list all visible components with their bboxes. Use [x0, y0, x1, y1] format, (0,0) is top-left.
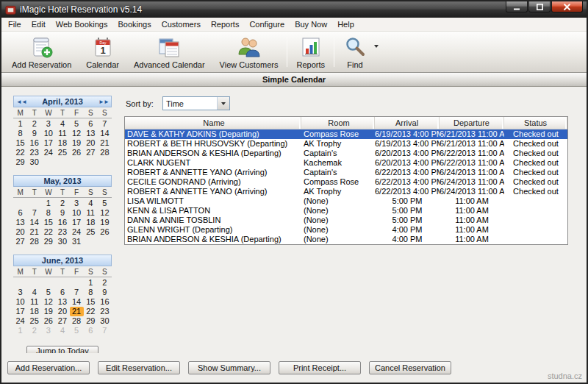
- calendar-day[interactable]: 30: [98, 316, 112, 326]
- calendar-day[interactable]: 15: [41, 218, 55, 227]
- calendar-day[interactable]: 12: [41, 297, 55, 307]
- calendar-day[interactable]: 16: [55, 218, 69, 227]
- table-row[interactable]: ROBERT & BETH HRUSOVSKY (Departing)AK Tr…: [125, 139, 567, 149]
- calendar-day[interactable]: 28: [98, 148, 112, 157]
- calendar-day[interactable]: 25: [55, 148, 69, 157]
- calendar-day[interactable]: 30: [55, 237, 69, 246]
- table-row[interactable]: ROBERT & ANNETTE YANO (Arriving)Captain'…: [125, 168, 567, 177]
- column-header-status[interactable]: Status: [504, 117, 567, 129]
- calendar-day[interactable]: 14: [27, 218, 41, 227]
- column-header-room[interactable]: Room: [301, 117, 375, 129]
- calendar-day[interactable]: 18: [55, 138, 69, 148]
- calendar-day[interactable]: 4: [55, 119, 69, 129]
- calendar-day[interactable]: 13: [13, 218, 27, 227]
- table-row[interactable]: CLARK NUGENTKachemak6/20/2013 4:00 PM6/2…: [125, 158, 567, 168]
- calendar-day[interactable]: 13: [55, 297, 69, 307]
- calendar-day[interactable]: 11: [27, 297, 41, 307]
- calendar-day[interactable]: 17: [13, 307, 27, 316]
- calendar-day[interactable]: 5: [70, 119, 84, 129]
- table-row[interactable]: ROBERT & ANNETTE YANO (Arriving)AK Troph…: [125, 187, 567, 196]
- calendar-day[interactable]: 30: [27, 157, 41, 167]
- calendar-day[interactable]: 6: [13, 208, 27, 218]
- calendar-day[interactable]: 23: [55, 227, 69, 237]
- maximize-button[interactable]: [528, 1, 551, 13]
- calendar-day[interactable]: 4: [55, 326, 69, 335]
- calendar-day[interactable]: 6: [84, 119, 98, 129]
- calendar-day[interactable]: 2: [27, 119, 41, 129]
- calendar-day[interactable]: 15: [13, 138, 27, 148]
- calendar-day[interactable]: 20: [55, 307, 69, 316]
- menu-item-configure[interactable]: Configure: [244, 18, 290, 31]
- table-row[interactable]: BRIAN ANDERSON & KESHIA (Departing)Capta…: [125, 149, 567, 158]
- calendar-day[interactable]: 1: [13, 326, 27, 335]
- calendar-day[interactable]: 6: [84, 326, 98, 335]
- menu-item-help[interactable]: Help: [332, 18, 359, 31]
- calendar-day[interactable]: 4: [84, 199, 98, 208]
- calendar-day[interactable]: 9: [55, 208, 69, 218]
- calendar-day[interactable]: 26: [41, 316, 55, 326]
- close-button[interactable]: [551, 1, 583, 13]
- calendar-day[interactable]: 22: [13, 148, 27, 157]
- table-row[interactable]: CECILE GONDRAND (Arriving)Compass Rose6/…: [125, 177, 567, 187]
- calendar-day[interactable]: 17: [41, 138, 55, 148]
- calendar-day[interactable]: 29: [41, 237, 55, 246]
- calendar-day[interactable]: 27: [84, 148, 98, 157]
- calendar-day[interactable]: 20: [13, 227, 27, 237]
- calendar-day[interactable]: 2: [55, 199, 69, 208]
- calendar-day[interactable]: 1: [41, 199, 55, 208]
- calendar-day[interactable]: 10: [70, 208, 84, 218]
- calendar-day[interactable]: 5: [70, 326, 84, 335]
- calendar-day[interactable]: 12: [98, 208, 112, 218]
- calendar-day[interactable]: 7: [98, 119, 112, 129]
- edit-reservation-button[interactable]: Edit Reservation...: [98, 361, 180, 374]
- menu-item-edit[interactable]: Edit: [26, 18, 51, 31]
- toolbar-find-button[interactable]: Find: [336, 33, 374, 71]
- calendar-day[interactable]: 12: [70, 129, 84, 138]
- menu-item-bookings[interactable]: Bookings: [112, 18, 156, 31]
- calendar-day[interactable]: 28: [70, 316, 84, 326]
- calendar-day[interactable]: 17: [70, 218, 84, 227]
- calendar-day[interactable]: 26: [70, 148, 84, 157]
- calendar-day[interactable]: 2: [98, 278, 112, 288]
- calendar-day[interactable]: 8: [84, 288, 98, 297]
- table-row[interactable]: KENN & LISA PATTON(None)5:00 PM11:00 AM: [125, 206, 567, 216]
- sort-dropdown-button[interactable]: [217, 97, 229, 110]
- calendar-day[interactable]: 18: [27, 307, 41, 316]
- table-row[interactable]: BRIAN ANDERSON & KESHIA (Departing)(None…: [125, 235, 567, 244]
- calendar-day[interactable]: 24: [70, 227, 84, 237]
- calendar-day[interactable]: 29: [84, 316, 98, 326]
- calendar-day[interactable]: 23: [27, 148, 41, 157]
- calendar-day[interactable]: 8: [13, 129, 27, 138]
- show-summary-button[interactable]: Show Summary...: [188, 361, 270, 374]
- calendar-day[interactable]: 24: [41, 148, 55, 157]
- calendar-day[interactable]: 5: [41, 288, 55, 297]
- calendar-day[interactable]: 27: [13, 237, 27, 246]
- jump-to-today-button[interactable]: Jump to Today: [26, 346, 98, 353]
- menu-item-file[interactable]: File: [3, 18, 26, 31]
- find-dropdown-arrow[interactable]: [374, 33, 384, 71]
- toolbar-add-reservation-button[interactable]: Add Reservation: [4, 33, 79, 71]
- calendar-day[interactable]: 6: [55, 288, 69, 297]
- toolbar-view-customers-button[interactable]: View Customers: [212, 33, 286, 71]
- toolbar-reports-button[interactable]: Reports: [289, 33, 332, 71]
- calendar-day[interactable]: 28: [27, 237, 41, 246]
- calendar-day[interactable]: 15: [84, 297, 98, 307]
- calendar-day[interactable]: 21: [98, 138, 112, 148]
- calendar-day[interactable]: 10: [13, 297, 27, 307]
- column-header-name[interactable]: Name: [125, 117, 301, 129]
- calendar-day[interactable]: 13: [84, 129, 98, 138]
- calendar-day[interactable]: 1: [84, 278, 98, 288]
- print-receipt-button[interactable]: Print Receipt...: [279, 361, 361, 374]
- calendar-day[interactable]: 10: [41, 129, 55, 138]
- calendar-day[interactable]: 23: [98, 307, 112, 316]
- calendar-prev-button[interactable]: ◄◄: [14, 99, 29, 105]
- calendar-day[interactable]: 25: [27, 316, 41, 326]
- menu-item-reports[interactable]: Reports: [206, 18, 245, 31]
- calendar-day[interactable]: 19: [70, 138, 84, 148]
- calendar-day[interactable]: 11: [55, 129, 69, 138]
- calendar-day[interactable]: 3: [70, 199, 84, 208]
- calendar-day[interactable]: 16: [27, 138, 41, 148]
- calendar-day[interactable]: 9: [98, 288, 112, 297]
- calendar-next-button[interactable]: ►►: [96, 99, 111, 105]
- calendar-day[interactable]: 7: [98, 326, 112, 335]
